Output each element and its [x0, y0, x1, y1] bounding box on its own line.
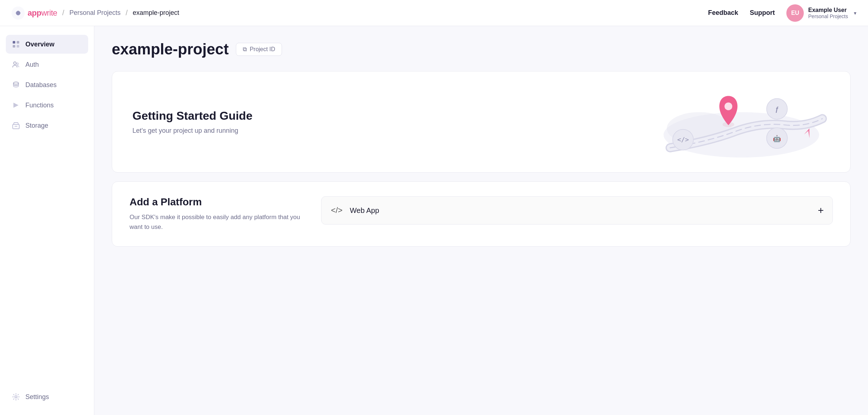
guide-content: Getting Started Guide Let's get your pro… — [132, 109, 253, 135]
chevron-down-icon: ▾ — [854, 10, 856, 16]
guide-subtitle: Let's get your project up and running — [132, 127, 253, 135]
feedback-link[interactable]: Feedback — [708, 9, 738, 17]
sidebar: Overview Auth Dat — [0, 26, 94, 415]
platform-header: Add a Platform Our SDK's make it possibl… — [130, 196, 833, 232]
header-right: Feedback Support EU Example User Persona… — [708, 4, 856, 22]
databases-icon — [12, 81, 20, 89]
svg-rect-3 — [17, 41, 19, 44]
svg-rect-11 — [15, 126, 17, 127]
web-app-option[interactable]: </> Web App + — [321, 196, 833, 225]
svg-text:🤖: 🤖 — [773, 135, 781, 143]
main-content: example-project ⧉ Project ID Getting Sta… — [94, 26, 868, 415]
svg-rect-2 — [13, 41, 15, 44]
svg-text:</>: </> — [677, 136, 689, 143]
sidebar-item-settings[interactable]: Settings — [6, 387, 88, 406]
svg-point-6 — [14, 62, 16, 65]
logo-text: appwrite — [28, 8, 57, 18]
sidebar-settings-label: Settings — [25, 393, 49, 401]
user-info: Example User Personal Projects — [808, 7, 848, 19]
sidebar-auth-label: Auth — [25, 61, 39, 69]
add-platform-button[interactable]: + — [818, 205, 824, 216]
svg-text:ƒ: ƒ — [775, 106, 779, 113]
svg-point-8 — [13, 82, 19, 84]
platform-desc: Our SDK's make it possible to easily add… — [130, 212, 304, 232]
sidebar-item-overview[interactable]: Overview — [6, 35, 88, 54]
header: appwrite / Personal Projects / example-p… — [0, 0, 868, 26]
user-name: Example User — [808, 7, 848, 13]
auth-icon — [12, 60, 20, 69]
user-menu[interactable]: EU Example User Personal Projects ▾ — [786, 4, 856, 22]
svg-point-1 — [16, 11, 20, 15]
svg-rect-4 — [13, 45, 15, 48]
project-header: example-project ⧉ Project ID — [112, 41, 851, 58]
platform-info: Add a Platform Our SDK's make it possibl… — [130, 196, 304, 232]
copy-icon: ⧉ — [243, 46, 247, 53]
avatar: EU — [786, 4, 804, 22]
storage-icon — [12, 121, 20, 130]
logo[interactable]: appwrite — [12, 7, 57, 20]
sidebar-item-databases[interactable]: Databases — [6, 75, 88, 94]
sidebar-item-storage[interactable]: Storage — [6, 116, 88, 135]
user-org: Personal Projects — [808, 13, 848, 19]
overview-icon — [12, 40, 20, 49]
sidebar-storage-label: Storage — [25, 122, 48, 130]
web-app-label: Web App — [350, 206, 811, 215]
project-id-button[interactable]: ⧉ Project ID — [236, 43, 282, 56]
sidebar-item-functions[interactable]: Functions — [6, 96, 88, 115]
add-platform-card: Add a Platform Our SDK's make it possibl… — [112, 181, 851, 247]
getting-started-card[interactable]: Getting Started Guide Let's get your pro… — [112, 71, 851, 173]
sidebar-databases-label: Databases — [25, 81, 57, 89]
header-left: appwrite / Personal Projects / example-p… — [12, 7, 179, 20]
svg-point-12 — [15, 396, 17, 398]
guide-title: Getting Started Guide — [132, 109, 253, 123]
sidebar-overview-label: Overview — [25, 41, 54, 48]
layout: Overview Auth Dat — [0, 26, 868, 415]
platform-title: Add a Platform — [130, 196, 304, 208]
svg-point-7 — [17, 63, 19, 65]
project-id-label: Project ID — [250, 46, 275, 53]
sidebar-item-auth[interactable]: Auth — [6, 55, 88, 74]
svg-marker-9 — [13, 103, 19, 108]
platform-options: </> Web App + — [321, 196, 833, 225]
project-title: example-project — [112, 41, 229, 58]
sidebar-functions-label: Functions — [25, 102, 54, 109]
guide-illustration: </> ƒ 🤖 — [632, 71, 850, 172]
breadcrumb-personal-projects[interactable]: Personal Projects — [69, 9, 120, 17]
web-app-icon: </> — [330, 206, 343, 215]
svg-point-18 — [725, 102, 732, 110]
breadcrumb-separator-1: / — [62, 9, 65, 17]
support-link[interactable]: Support — [750, 9, 775, 17]
functions-icon — [12, 101, 20, 110]
svg-rect-5 — [17, 45, 19, 48]
breadcrumb-example-project[interactable]: example-project — [133, 9, 179, 17]
settings-icon — [12, 393, 20, 401]
breadcrumb-separator-2: / — [126, 9, 128, 17]
